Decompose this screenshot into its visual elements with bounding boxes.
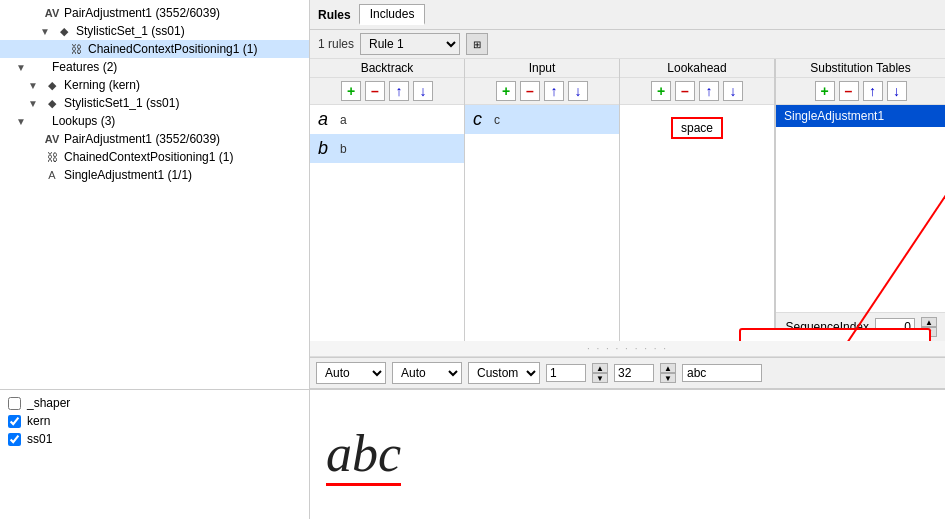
grid-icon-btn[interactable]: ⊞ xyxy=(466,33,488,55)
shaper-label: _shaper xyxy=(27,396,70,410)
space-cell[interactable]: space xyxy=(671,117,723,139)
panels-wrapper: Backtrack + – ↑ ↓ a a b xyxy=(310,59,945,341)
lookahead-header: Lookahead xyxy=(620,59,774,78)
substitution-toolbar: + – ↑ ↓ xyxy=(776,78,945,105)
spin-up-btn[interactable]: ▲ xyxy=(921,317,937,327)
rule-select-row: 1 rules Rule 1 Rule 2 ⊞ xyxy=(310,30,945,59)
tree-label10: SingleAdjustment1 (1/1) xyxy=(64,168,192,182)
sequence-input[interactable] xyxy=(875,318,915,336)
input-content: c c xyxy=(465,105,619,341)
includes-tab[interactable]: Includes xyxy=(359,4,426,25)
tree-item-ss01[interactable]: ▼ ◆ StylisticSet1_1 (ss01) xyxy=(0,94,309,112)
size-field[interactable] xyxy=(614,364,654,382)
expand-icon4: ▼ xyxy=(16,62,28,73)
kern-checkbox-label[interactable]: kern xyxy=(8,412,301,430)
tree-item-features[interactable]: ▼ Features (2) xyxy=(0,58,309,76)
sidebar: AV PairAdjustment1 (3552/6039) ▼ ◆ Styli… xyxy=(0,0,310,389)
rules-bar: Rules Includes xyxy=(310,0,945,30)
number-field[interactable] xyxy=(546,364,586,382)
sub-item-singleadj[interactable]: SingleAdjustment1 xyxy=(776,105,945,127)
rule-dropdown[interactable]: Rule 1 Rule 2 xyxy=(360,33,460,55)
kern-checkbox[interactable] xyxy=(8,415,21,428)
text-field[interactable] xyxy=(682,364,762,382)
dropdown3[interactable]: Custom Auto xyxy=(468,362,540,384)
lookahead-content: space xyxy=(620,105,774,341)
tree-item-chained2[interactable]: ⛓ ChainedContextPositioning1 (1) xyxy=(0,148,309,166)
top-section: AV PairAdjustment1 (3552/6039) ▼ ◆ Styli… xyxy=(0,0,945,389)
backtrack-add-btn[interactable]: + xyxy=(341,81,361,101)
shaper-checkbox-label[interactable]: _shaper xyxy=(8,394,301,412)
lookahead-add-btn[interactable]: + xyxy=(651,81,671,101)
bottom-toolbar: Auto Manual Auto Manual Custom Auto ▲ ▼ xyxy=(310,357,945,389)
rule-count: 1 rules xyxy=(318,37,354,51)
input-up-btn[interactable]: ↑ xyxy=(544,81,564,101)
input-remove-btn[interactable]: – xyxy=(520,81,540,101)
preview-text: abc xyxy=(326,423,401,486)
backtrack-toolbar: + – ↑ ↓ xyxy=(310,78,464,105)
size-spin: ▲ ▼ xyxy=(660,363,676,383)
preview-chars: abc xyxy=(326,424,401,486)
sub-up-btn[interactable]: ↑ xyxy=(863,81,883,101)
sequence-row: SequenceIndex ▲ ▼ xyxy=(776,312,945,341)
lookahead-toolbar: + – ↑ ↓ xyxy=(620,78,774,105)
diamond-icon: ◆ xyxy=(56,25,72,38)
tree-item-pairadj2[interactable]: AV PairAdjustment1 (3552/6039) xyxy=(0,130,309,148)
expand-icon7: ▼ xyxy=(16,116,28,127)
input-add-btn[interactable]: + xyxy=(496,81,516,101)
backtrack-down-btn[interactable]: ↓ xyxy=(413,81,433,101)
input-down-btn[interactable]: ↓ xyxy=(568,81,588,101)
ss01-checkbox-label[interactable]: ss01 xyxy=(8,430,301,448)
tree-item-chained[interactable]: ⛓ ChainedContextPositioning1 (1) xyxy=(0,40,309,58)
glyph-name-b: b xyxy=(340,142,347,156)
tree-label4: Features (2) xyxy=(52,60,117,74)
backtrack-up-btn[interactable]: ↑ xyxy=(389,81,409,101)
backtrack-panel: Backtrack + – ↑ ↓ a a b xyxy=(310,59,465,341)
glyph-name-a: a xyxy=(340,113,347,127)
tree-item-lookups[interactable]: ▼ Lookups (3) xyxy=(0,112,309,130)
sub-remove-btn[interactable]: – xyxy=(839,81,859,101)
backtrack-row-b[interactable]: b b xyxy=(310,134,464,163)
number-spin-up[interactable]: ▲ xyxy=(592,363,608,373)
lookahead-up-btn[interactable]: ↑ xyxy=(699,81,719,101)
backtrack-header: Backtrack xyxy=(310,59,464,78)
number-spin: ▲ ▼ xyxy=(592,363,608,383)
number-spin-down[interactable]: ▼ xyxy=(592,373,608,383)
glyph-char-c: c xyxy=(473,109,482,130)
dropdown1[interactable]: Auto Manual xyxy=(316,362,386,384)
tree-item-stylisticset[interactable]: ▼ ◆ StylisticSet_1 (ss01) xyxy=(0,22,309,40)
glyph-char-a: a xyxy=(318,109,328,130)
tree-item-kerning[interactable]: ▼ ◆ Kerning (kern) xyxy=(0,76,309,94)
bottom-left: _shaper kern ss01 xyxy=(0,390,310,519)
shaper-checkbox[interactable] xyxy=(8,397,21,410)
sub-add-btn[interactable]: + xyxy=(815,81,835,101)
content-area: Rules Includes 1 rules Rule 1 Rule 2 ⊞ B… xyxy=(310,0,945,389)
ss01-checkbox[interactable] xyxy=(8,433,21,446)
backtrack-row-a[interactable]: a a xyxy=(310,105,464,134)
substitution-content: SingleAdjustment1 xyxy=(776,105,945,312)
glyph-name-c: c xyxy=(494,113,500,127)
chain-icon: ⛓ xyxy=(68,43,84,55)
input-panel: Input + – ↑ ↓ c c xyxy=(465,59,620,341)
tree-item-singleadj[interactable]: A SingleAdjustment1 (1/1) xyxy=(0,166,309,184)
size-spin-down[interactable]: ▼ xyxy=(660,373,676,383)
spin-buttons: ▲ ▼ xyxy=(921,317,937,337)
sep-dots: · · · · · · · · · xyxy=(310,341,945,357)
lookahead-remove-btn[interactable]: – xyxy=(675,81,695,101)
ss01-icon: ◆ xyxy=(44,97,60,110)
spin-down-btn[interactable]: ▼ xyxy=(921,327,937,337)
input-row-c[interactable]: c c xyxy=(465,105,619,134)
sub-down-btn[interactable]: ↓ xyxy=(887,81,907,101)
size-spin-up[interactable]: ▲ xyxy=(660,363,676,373)
single-icon: A xyxy=(44,169,60,181)
tree-label2: StylisticSet_1 (ss01) xyxy=(76,24,185,38)
tree-label9: ChainedContextPositioning1 (1) xyxy=(64,150,233,164)
ss01-label: ss01 xyxy=(27,432,52,446)
tree-label5: Kerning (kern) xyxy=(64,78,140,92)
sequence-label: SequenceIndex xyxy=(786,320,869,334)
lookahead-down-btn[interactable]: ↓ xyxy=(723,81,743,101)
tree-label: PairAdjustment1 (3552/6039) xyxy=(64,6,220,20)
dropdown2[interactable]: Auto Manual xyxy=(392,362,462,384)
backtrack-remove-btn[interactable]: – xyxy=(365,81,385,101)
main-container: AV PairAdjustment1 (3552/6039) ▼ ◆ Styli… xyxy=(0,0,945,519)
tree-item-pairadj[interactable]: AV PairAdjustment1 (3552/6039) xyxy=(0,4,309,22)
